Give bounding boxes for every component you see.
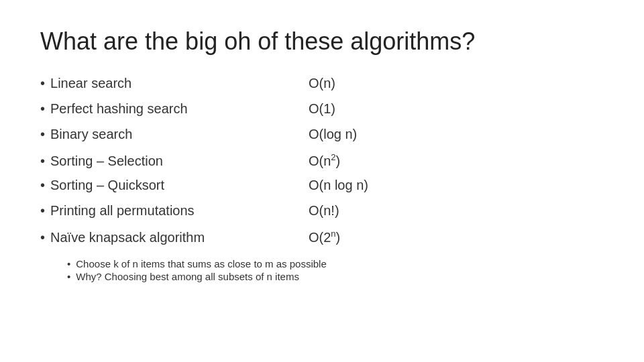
sub-bullet-text: Choose k of n items that sums as close t… [76, 258, 327, 269]
algo-complexity: O(n log n) [309, 178, 368, 193]
bullet-icon: • [40, 154, 45, 169]
sub-bullet-icon: • [67, 271, 70, 282]
bullet-icon: • [40, 76, 45, 91]
algo-complexity: O(log n) [309, 127, 357, 142]
bullet-icon: • [40, 230, 45, 245]
bullet-icon: • [40, 178, 45, 193]
sub-bullets-section: •Choose k of n items that sums as close … [67, 258, 604, 282]
algo-label: Perfect hashing search [50, 101, 188, 117]
algo-row: •Perfect hashing searchO(1) [40, 101, 604, 125]
bullet-icon: • [40, 127, 45, 142]
algo-label: Sorting – Selection [50, 154, 163, 169]
algo-row: •Linear searchO(n) [40, 76, 604, 100]
sub-bullet-icon: • [67, 258, 70, 269]
sub-bullet-text: Why? Choosing best among all subsets of … [76, 271, 299, 282]
algo-row: •Binary searchO(log n) [40, 127, 604, 151]
bullet-icon: • [40, 101, 45, 117]
algo-row: •Naïve knapsack algorithmO(2n) [40, 229, 604, 253]
algo-row: •Printing all permutationsO(n!) [40, 203, 604, 227]
algo-label: Printing all permutations [50, 203, 195, 219]
algo-row: •Sorting – SelectionO(n2) [40, 152, 604, 176]
slide-title: What are the big oh of these algorithms? [40, 27, 604, 56]
algo-complexity: O(1) [309, 101, 335, 117]
slide: What are the big oh of these algorithms?… [0, 0, 644, 362]
algo-label: Sorting – Quicksort [50, 178, 164, 193]
algo-label: Binary search [50, 127, 132, 142]
algo-label: Naïve knapsack algorithm [50, 230, 205, 245]
algo-row: •Sorting – QuicksortO(n log n) [40, 178, 604, 202]
algo-complexity: O(n!) [309, 203, 339, 219]
bullet-icon: • [40, 203, 45, 219]
sub-bullet-row: •Why? Choosing best among all subsets of… [67, 271, 604, 282]
sub-bullet-row: •Choose k of n items that sums as close … [67, 258, 604, 269]
algo-complexity: O(n2) [309, 152, 340, 169]
algo-label: Linear search [50, 76, 131, 91]
algo-complexity: O(2n) [309, 229, 340, 245]
algorithm-table: •Linear searchO(n)•Perfect hashing searc… [40, 76, 604, 253]
algo-complexity: O(n) [309, 76, 335, 91]
content-area: •Linear searchO(n)•Perfect hashing searc… [40, 76, 604, 342]
